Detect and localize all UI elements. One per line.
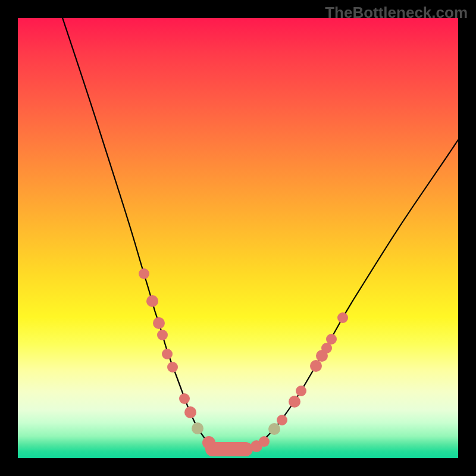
data-dot xyxy=(139,268,149,279)
data-dot xyxy=(337,312,348,323)
data-dot xyxy=(277,415,287,425)
data-dot xyxy=(162,349,173,359)
data-dot xyxy=(296,386,306,396)
data-dot xyxy=(268,423,280,435)
data-dot xyxy=(310,360,322,372)
data-dot xyxy=(167,362,178,372)
data-dot xyxy=(326,334,337,345)
chart-plot-area xyxy=(18,18,458,458)
data-dot xyxy=(202,436,215,449)
data-dot xyxy=(259,436,270,447)
data-dot xyxy=(179,393,190,404)
data-dot xyxy=(289,396,300,408)
chart-svg xyxy=(18,18,458,458)
data-dot xyxy=(192,422,203,434)
data-dot xyxy=(146,295,158,307)
data-dot xyxy=(153,317,165,329)
bottleneck-curve xyxy=(62,18,458,453)
data-dot xyxy=(184,406,196,418)
data-dot xyxy=(157,330,168,340)
